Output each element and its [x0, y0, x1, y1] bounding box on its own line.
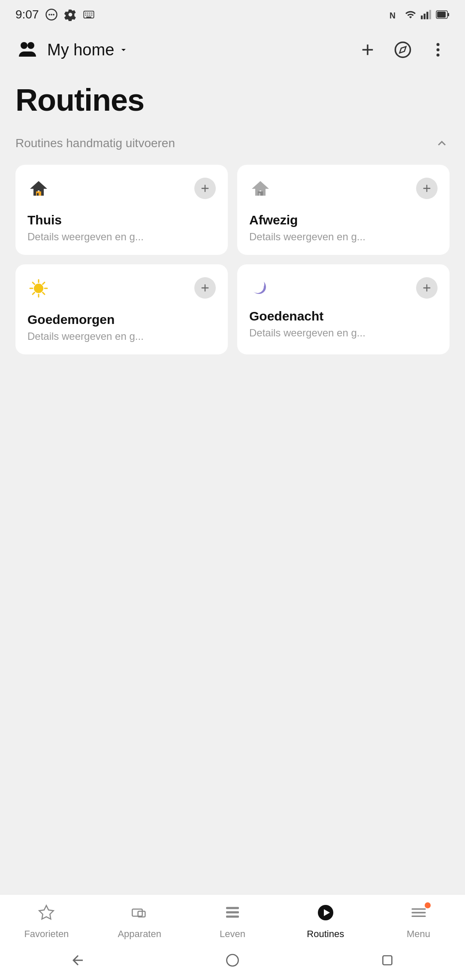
svg-point-50 — [226, 955, 238, 966]
svg-line-40 — [33, 293, 35, 295]
svg-rect-43 — [226, 907, 239, 909]
nfc-icon: N — [390, 9, 401, 20]
goedemorgen-icon — [27, 277, 50, 303]
goedenacht-name: Goedenacht — [249, 309, 438, 324]
svg-line-37 — [33, 282, 35, 284]
goedenacht-icon — [249, 277, 268, 299]
back-button[interactable] — [65, 953, 91, 968]
page-title-section: Routines — [0, 70, 465, 126]
status-time: 9:07 — [15, 8, 95, 21]
list-icon — [224, 904, 241, 925]
nav-label-favorieten: Favorieten — [24, 929, 69, 940]
svg-point-24 — [396, 42, 411, 57]
afwezig-icon — [249, 178, 272, 203]
svg-rect-12 — [91, 15, 92, 15]
nav-item-menu[interactable]: Menu — [393, 904, 444, 940]
svg-rect-31 — [259, 193, 260, 196]
svg-rect-10 — [87, 15, 88, 15]
battery-icon — [436, 10, 450, 19]
app-nav: Favorieten Apparaten Leven Routine — [0, 894, 465, 947]
goedenacht-add-button[interactable] — [416, 277, 438, 299]
svg-rect-5 — [85, 12, 86, 13]
dropdown-arrow-icon — [118, 45, 129, 55]
app-header: My home — [0, 26, 465, 70]
status-icons: N — [390, 9, 450, 20]
svg-rect-16 — [424, 14, 426, 19]
svg-rect-7 — [89, 12, 90, 13]
svg-line-39 — [43, 282, 45, 284]
routines-section: Routines handmatig uitvoeren Thuis Detai… — [0, 126, 465, 370]
nav-item-leven[interactable]: Leven — [207, 904, 258, 940]
home-title-container[interactable]: My home — [47, 41, 129, 59]
status-bar: 9:07 N — [0, 0, 465, 26]
nav-label-leven: Leven — [220, 929, 245, 940]
section-header[interactable]: Routines handmatig uitvoeren — [0, 126, 465, 160]
nav-label-menu: Menu — [407, 929, 430, 940]
section-header-label: Routines handmatig uitvoeren — [15, 136, 175, 150]
afwezig-name: Afwezig — [249, 213, 438, 227]
svg-point-1 — [48, 14, 50, 15]
add-button[interactable] — [356, 38, 379, 61]
afwezig-add-button[interactable] — [416, 178, 438, 199]
svg-point-26 — [437, 48, 440, 51]
goedenacht-desc: Details weergeven en g... — [249, 327, 438, 339]
settings-icon — [64, 8, 77, 21]
collapse-chevron-icon — [434, 136, 450, 151]
svg-rect-29 — [37, 193, 39, 196]
svg-point-23 — [27, 42, 34, 49]
svg-rect-41 — [133, 909, 142, 916]
page-title: Routines — [15, 82, 450, 118]
svg-rect-6 — [87, 12, 88, 13]
routine-card-afwezig[interactable]: Afwezig Details weergeven en g... — [237, 165, 450, 255]
svg-rect-21 — [437, 12, 446, 18]
explore-button[interactable] — [391, 38, 414, 61]
svg-rect-18 — [429, 10, 431, 19]
star-icon — [38, 904, 55, 925]
svg-rect-15 — [421, 15, 423, 19]
nav-label-apparaten: Apparaten — [118, 929, 161, 940]
thuis-name: Thuis — [27, 213, 216, 227]
svg-rect-20 — [448, 13, 449, 16]
recents-button[interactable] — [374, 953, 400, 968]
home-title-text: My home — [47, 41, 114, 59]
svg-rect-13 — [86, 17, 91, 18]
svg-point-25 — [437, 43, 440, 46]
thuis-add-button[interactable] — [194, 178, 216, 199]
svg-line-38 — [43, 293, 45, 295]
bottom-wrapper: Favorieten Apparaten Leven Routine — [0, 894, 465, 980]
svg-rect-11 — [89, 15, 90, 15]
thuis-icon — [27, 178, 50, 203]
svg-text:N: N — [390, 11, 396, 20]
routine-card-goedemorgen[interactable]: Goedemorgen Details weergeven en g... — [15, 264, 228, 354]
svg-rect-17 — [426, 12, 428, 19]
wifi-icon — [405, 9, 416, 20]
more-button[interactable] — [426, 38, 450, 61]
header-left[interactable]: My home — [15, 38, 129, 62]
svg-point-27 — [437, 54, 440, 57]
header-right — [356, 38, 450, 61]
nav-item-apparaten[interactable]: Apparaten — [114, 904, 165, 940]
keyboard-icon — [83, 9, 95, 21]
message-icon — [45, 8, 58, 21]
play-icon — [317, 904, 334, 925]
android-system-nav — [0, 947, 465, 980]
svg-rect-8 — [91, 12, 92, 13]
nav-item-favorieten[interactable]: Favorieten — [21, 904, 72, 940]
afwezig-desc: Details weergeven en g... — [249, 231, 438, 243]
routine-card-thuis[interactable]: Thuis Details weergeven en g... — [15, 165, 228, 255]
svg-point-32 — [34, 284, 43, 293]
goedemorgen-name: Goedemorgen — [27, 312, 216, 327]
svg-rect-44 — [226, 911, 239, 913]
menu-dot-badge — [425, 902, 431, 908]
nav-label-routines: Routines — [307, 929, 344, 940]
menu-icon — [410, 904, 427, 925]
signal-icon — [420, 9, 432, 20]
svg-rect-45 — [226, 916, 239, 918]
svg-point-3 — [53, 14, 54, 15]
routine-card-goedenacht[interactable]: Goedenacht Details weergeven en g... — [237, 264, 450, 354]
home-button[interactable] — [220, 953, 245, 968]
nav-item-routines[interactable]: Routines — [300, 904, 351, 940]
goedemorgen-add-button[interactable] — [194, 277, 216, 299]
thuis-desc: Details weergeven en g... — [27, 231, 216, 243]
home-community-icon — [15, 38, 39, 62]
